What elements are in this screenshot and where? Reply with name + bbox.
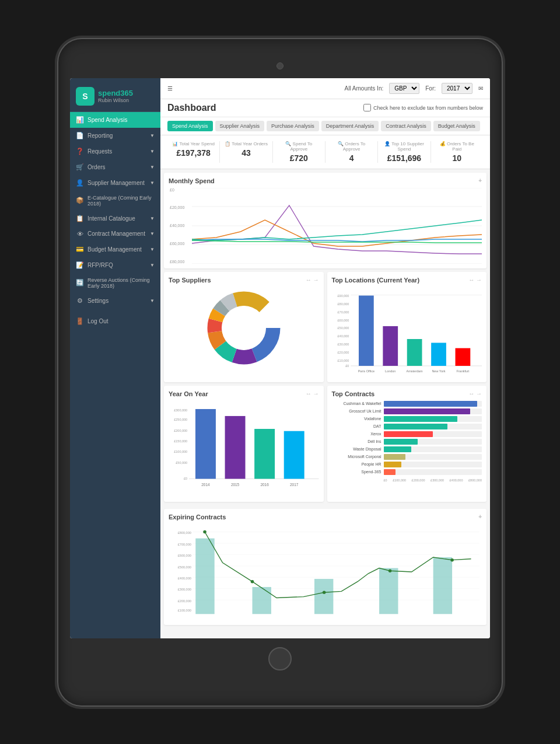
list-item: DAT <box>332 424 482 429</box>
expand-icon[interactable]: + <box>478 514 482 520</box>
year-on-year-chart: £300,000 £250,000 £200,000 £150,000 £100… <box>169 401 319 497</box>
svg-rect-35 <box>455 348 470 365</box>
sidebar-item-label: RFP/RFQ <box>88 262 113 268</box>
sidebar-item-contract-management[interactable]: 👁 Contract Management ▼ <box>70 226 160 242</box>
list-item: Waste Disposal <box>332 446 482 452</box>
year-select[interactable]: 201720162015 <box>442 83 473 94</box>
bar-label: Waste Disposal <box>332 447 382 451</box>
bar-track <box>384 408 482 414</box>
bar-track <box>384 462 482 467</box>
sidebar-item-label: Reporting <box>88 132 113 139</box>
kpi-top10-supplier: 👤 Top 10 Supplier Spend £151,696 <box>378 141 430 163</box>
chevron-down-icon: ▼ <box>150 133 155 138</box>
charts-row-2: Year On Year ↔ → £300,000 £250,000 £200,… <box>164 386 487 502</box>
sidebar-item-label: Settings <box>88 298 108 304</box>
reporting-icon: 📄 <box>76 132 84 139</box>
tab-supplier-analysis[interactable]: Supplier Analysis <box>215 121 265 131</box>
top-suppliers-section: Top Suppliers ↔ → <box>164 272 324 382</box>
mail-icon[interactable]: ✉ <box>478 85 483 92</box>
sidebar-item-reporting[interactable]: 📄 Reporting ▼ <box>70 128 160 144</box>
sidebar-item-logout[interactable]: 🚪 Log Out <box>70 313 160 329</box>
sidebar-item-rfp[interactable]: 📝 RFP/RFQ ▼ <box>70 257 160 273</box>
tab-purchase-analysis[interactable]: Purchase Analysis <box>267 121 319 131</box>
logo-text: spend365 <box>98 89 133 97</box>
hamburger-icon[interactable]: ☰ <box>167 85 173 92</box>
analysis-tabs: Spend Analysis Supplier Analysis Purchas… <box>160 117 490 135</box>
for-label: For: <box>425 85 436 92</box>
currency-select[interactable]: GBPUSDEUR <box>389 83 419 94</box>
svg-text:£40,000: £40,000 <box>337 334 349 338</box>
tax-check-checkbox[interactable] <box>363 104 371 111</box>
kpi-value: £151,696 <box>382 153 426 163</box>
sidebar-item-ecatalogue[interactable]: 📦 E-Catalogue (Coming Early 2018) <box>70 191 160 211</box>
sidebar-item-label: Orders <box>88 164 106 170</box>
sidebar-item-settings[interactable]: ⚙ Settings ▼ <box>70 293 160 309</box>
kpi-orders-to-be-paid: 💰 Orders To Be Paid 10 <box>431 141 483 163</box>
bar-track <box>384 439 482 445</box>
expand-icon[interactable]: ↔ → <box>306 277 319 283</box>
tab-budget-analysis[interactable]: Budget Analysis <box>433 121 480 131</box>
svg-text:£300,000: £300,000 <box>174 408 187 411</box>
home-button[interactable] <box>268 647 292 670</box>
svg-text:£30,000: £30,000 <box>337 343 349 346</box>
svg-text:£150,000: £150,000 <box>174 439 187 443</box>
kpi-label: 📊 Total Year Spend <box>171 141 216 146</box>
kpi-label: 🔍 Spend To Approve <box>276 141 321 152</box>
svg-text:2014: 2014 <box>201 483 210 487</box>
svg-text:£20,000: £20,000 <box>337 350 349 354</box>
sidebar-item-label: Spend Analysis <box>88 117 127 123</box>
bar-fill <box>384 416 457 422</box>
svg-point-73 <box>203 530 206 533</box>
list-item: People HR <box>332 462 482 467</box>
chevron-down-icon: ▼ <box>150 149 155 154</box>
svg-text:£60,000: £60,000 <box>337 318 349 322</box>
sidebar-item-orders[interactable]: 🛒 Orders ▼ <box>70 159 160 175</box>
expand-icon[interactable]: ↔ → <box>306 390 319 397</box>
bar-label: Dell Ins <box>332 439 382 443</box>
expand-icon[interactable]: ↔ → <box>468 390 482 397</box>
bar-label: Grosscof Uk Limit <box>332 409 382 413</box>
top-bar: ☰ All Amounts In: GBPUSDEUR For: 2017201… <box>160 78 490 99</box>
kpi-label: 👤 Top 10 Supplier Spend <box>382 141 426 152</box>
svg-text:£100,000: £100,000 <box>174 450 187 453</box>
svg-text:£90,000: £90,000 <box>337 294 349 298</box>
bar-label: Spend-365 <box>332 470 382 474</box>
tab-spend-analysis[interactable]: Spend Analysis <box>167 121 213 131</box>
charts-row-1: Top Suppliers ↔ → <box>164 272 487 382</box>
chart-area <box>192 188 482 264</box>
chevron-down-icon: ▼ <box>150 231 155 236</box>
sidebar-item-label: Contract Management <box>88 230 145 237</box>
sidebar-logo: S spend365 Rubin Wilson <box>70 78 160 112</box>
top-locations-title: Top Locations (Current Year) ↔ → <box>332 277 482 284</box>
chevron-down-icon: ▼ <box>150 298 155 303</box>
bar-label: Microsoft Corporal <box>332 455 382 459</box>
svg-text:£800,000: £800,000 <box>178 531 191 535</box>
svg-point-14 <box>222 306 266 350</box>
logout-icon: 🚪 <box>76 317 84 325</box>
tab-contract-analysis[interactable]: Contract Analysis <box>381 121 431 131</box>
svg-text:2017: 2017 <box>290 483 299 487</box>
tab-department-analysis[interactable]: Department Analysis <box>321 121 379 131</box>
sidebar-item-requests[interactable]: ❓ Requests ▼ <box>70 144 160 159</box>
reverse-auctions-icon: 🔄 <box>76 279 84 287</box>
svg-rect-27 <box>358 295 373 365</box>
expand-icon[interactable]: + <box>478 177 482 184</box>
tablet-frame: S spend365 Rubin Wilson 📊 Spend Analysis… <box>58 39 502 705</box>
svg-text:£500,000: £500,000 <box>178 565 191 568</box>
svg-text:£400,000: £400,000 <box>178 576 191 579</box>
sidebar-item-reverse-auctions[interactable]: 🔄 Reverse Auctions (Coming Early 2018) <box>70 273 160 293</box>
svg-text:Amsterdam: Amsterdam <box>406 369 423 373</box>
chevron-down-icon: ▼ <box>150 216 155 221</box>
sidebar-item-supplier-management[interactable]: 👤 Supplier Management ▼ <box>70 175 160 191</box>
sidebar-item-budget-management[interactable]: 💳 Budget Management ▼ <box>70 242 160 257</box>
svg-rect-70 <box>314 579 333 614</box>
bar-track <box>384 431 482 437</box>
svg-point-75 <box>323 591 326 594</box>
expand-icon[interactable]: ↔ → <box>468 277 482 283</box>
sidebar-item-spend-analysis[interactable]: 📊 Spend Analysis <box>70 112 160 128</box>
sidebar-item-internal-catalogue[interactable]: 📋 Internal Catalogue ▼ <box>70 211 160 226</box>
svg-rect-47 <box>225 415 246 478</box>
list-item: Microsoft Corporal <box>332 454 482 460</box>
svg-text:New York: New York <box>432 369 445 373</box>
svg-rect-69 <box>253 586 271 613</box>
